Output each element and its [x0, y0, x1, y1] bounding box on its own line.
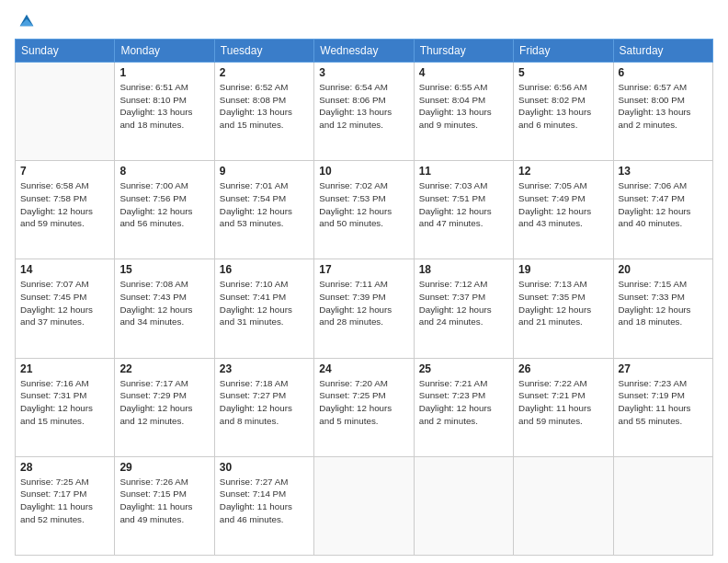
day-info: Sunrise: 7:12 AMSunset: 7:37 PMDaylight:…	[419, 278, 508, 328]
page: SundayMondayTuesdayWednesdayThursdayFrid…	[0, 0, 728, 563]
calendar-cell: 13Sunrise: 7:06 AMSunset: 7:47 PMDayligh…	[613, 161, 712, 259]
day-number: 28	[20, 461, 109, 474]
day-number: 22	[119, 362, 209, 375]
calendar-cell: 12Sunrise: 7:05 AMSunset: 7:49 PMDayligh…	[514, 161, 613, 259]
day-number: 20	[619, 263, 708, 276]
day-number: 19	[518, 263, 608, 276]
day-info: Sunrise: 6:55 AMSunset: 8:04 PMDaylight:…	[419, 81, 508, 132]
day-number: 14	[20, 263, 109, 276]
calendar-cell: 25Sunrise: 7:21 AMSunset: 7:23 PMDayligh…	[414, 358, 513, 456]
day-number: 5	[518, 66, 608, 79]
calendar-cell: 7Sunrise: 6:58 AMSunset: 7:58 PMDaylight…	[16, 161, 115, 259]
day-info: Sunrise: 6:52 AMSunset: 8:08 PMDaylight:…	[220, 81, 309, 132]
week-row-5: 28Sunrise: 7:25 AMSunset: 7:17 PMDayligh…	[16, 456, 713, 555]
day-number: 2	[220, 66, 309, 79]
calendar-cell	[314, 456, 414, 555]
week-row-4: 21Sunrise: 7:16 AMSunset: 7:31 PMDayligh…	[16, 358, 713, 456]
day-number: 13	[619, 165, 708, 178]
calendar-cell: 2Sunrise: 6:52 AMSunset: 8:08 PMDaylight…	[214, 63, 313, 161]
calendar-cell: 5Sunrise: 6:56 AMSunset: 8:02 PMDaylight…	[514, 63, 613, 161]
day-number: 30	[220, 461, 309, 474]
day-info: Sunrise: 7:20 AMSunset: 7:25 PMDaylight:…	[319, 377, 408, 428]
day-info: Sunrise: 7:27 AMSunset: 7:14 PMDaylight:…	[220, 476, 309, 526]
calendar-cell: 17Sunrise: 7:11 AMSunset: 7:39 PMDayligh…	[314, 259, 414, 358]
day-number: 27	[619, 362, 708, 375]
day-info: Sunrise: 7:13 AMSunset: 7:35 PMDaylight:…	[518, 278, 608, 328]
day-info: Sunrise: 6:58 AMSunset: 7:58 PMDaylight:…	[20, 179, 109, 230]
header	[15, 11, 713, 31]
calendar-cell: 4Sunrise: 6:55 AMSunset: 8:04 PMDaylight…	[414, 63, 513, 161]
calendar-cell: 9Sunrise: 7:01 AMSunset: 7:54 PMDaylight…	[214, 161, 313, 259]
column-header-wednesday: Wednesday	[314, 40, 414, 63]
day-info: Sunrise: 6:57 AMSunset: 8:00 PMDaylight:…	[619, 81, 708, 132]
day-info: Sunrise: 7:07 AMSunset: 7:45 PMDaylight:…	[20, 278, 109, 328]
day-info: Sunrise: 7:03 AMSunset: 7:51 PMDaylight:…	[419, 179, 508, 230]
calendar-cell: 11Sunrise: 7:03 AMSunset: 7:51 PMDayligh…	[414, 161, 513, 259]
calendar-cell: 14Sunrise: 7:07 AMSunset: 7:45 PMDayligh…	[16, 259, 115, 358]
day-info: Sunrise: 7:26 AMSunset: 7:15 PMDaylight:…	[119, 476, 209, 526]
calendar-cell: 16Sunrise: 7:10 AMSunset: 7:41 PMDayligh…	[214, 259, 313, 358]
day-info: Sunrise: 7:23 AMSunset: 7:19 PMDaylight:…	[619, 377, 708, 428]
calendar-cell: 6Sunrise: 6:57 AMSunset: 8:00 PMDaylight…	[613, 63, 712, 161]
calendar-cell: 27Sunrise: 7:23 AMSunset: 7:19 PMDayligh…	[613, 358, 712, 456]
day-number: 1	[119, 66, 209, 79]
calendar-cell: 28Sunrise: 7:25 AMSunset: 7:17 PMDayligh…	[16, 456, 115, 555]
column-header-tuesday: Tuesday	[214, 40, 313, 63]
calendar-cell: 3Sunrise: 6:54 AMSunset: 8:06 PMDaylight…	[314, 63, 414, 161]
day-info: Sunrise: 7:05 AMSunset: 7:49 PMDaylight:…	[518, 179, 608, 230]
day-info: Sunrise: 7:10 AMSunset: 7:41 PMDaylight:…	[220, 278, 309, 328]
calendar-cell: 23Sunrise: 7:18 AMSunset: 7:27 PMDayligh…	[214, 358, 313, 456]
calendar-cell: 8Sunrise: 7:00 AMSunset: 7:56 PMDaylight…	[115, 161, 214, 259]
day-number: 12	[518, 165, 608, 178]
day-number: 17	[319, 263, 408, 276]
calendar-cell: 21Sunrise: 7:16 AMSunset: 7:31 PMDayligh…	[16, 358, 115, 456]
column-header-sunday: Sunday	[16, 40, 115, 63]
day-number: 26	[518, 362, 608, 375]
day-info: Sunrise: 7:16 AMSunset: 7:31 PMDaylight:…	[20, 377, 109, 428]
day-number: 24	[319, 362, 408, 375]
day-info: Sunrise: 7:00 AMSunset: 7:56 PMDaylight:…	[119, 179, 209, 230]
day-number: 21	[20, 362, 109, 375]
calendar: SundayMondayTuesdayWednesdayThursdayFrid…	[15, 39, 713, 556]
day-info: Sunrise: 7:11 AMSunset: 7:39 PMDaylight:…	[319, 278, 408, 328]
day-number: 8	[119, 165, 209, 178]
day-info: Sunrise: 6:54 AMSunset: 8:06 PMDaylight:…	[319, 81, 408, 132]
day-info: Sunrise: 7:18 AMSunset: 7:27 PMDaylight:…	[220, 377, 309, 428]
day-info: Sunrise: 6:56 AMSunset: 8:02 PMDaylight:…	[518, 81, 608, 132]
week-row-1: 1Sunrise: 6:51 AMSunset: 8:10 PMDaylight…	[16, 63, 713, 161]
calendar-cell: 10Sunrise: 7:02 AMSunset: 7:53 PMDayligh…	[314, 161, 414, 259]
day-info: Sunrise: 6:51 AMSunset: 8:10 PMDaylight:…	[119, 81, 209, 132]
day-number: 23	[220, 362, 309, 375]
logo-icon	[17, 11, 37, 31]
week-row-2: 7Sunrise: 6:58 AMSunset: 7:58 PMDaylight…	[16, 161, 713, 259]
day-number: 7	[20, 165, 109, 178]
column-header-friday: Friday	[514, 40, 613, 63]
column-header-thursday: Thursday	[414, 40, 513, 63]
calendar-cell: 19Sunrise: 7:13 AMSunset: 7:35 PMDayligh…	[514, 259, 613, 358]
logo-area	[15, 11, 37, 31]
day-number: 4	[419, 66, 508, 79]
calendar-cell: 20Sunrise: 7:15 AMSunset: 7:33 PMDayligh…	[613, 259, 712, 358]
day-number: 15	[119, 263, 209, 276]
day-info: Sunrise: 7:01 AMSunset: 7:54 PMDaylight:…	[220, 179, 309, 230]
day-number: 9	[220, 165, 309, 178]
calendar-cell	[514, 456, 613, 555]
day-number: 29	[119, 461, 209, 474]
day-number: 3	[319, 66, 408, 79]
day-info: Sunrise: 7:25 AMSunset: 7:17 PMDaylight:…	[20, 476, 109, 526]
day-info: Sunrise: 7:17 AMSunset: 7:29 PMDaylight:…	[119, 377, 209, 428]
calendar-cell: 29Sunrise: 7:26 AMSunset: 7:15 PMDayligh…	[115, 456, 214, 555]
day-info: Sunrise: 7:15 AMSunset: 7:33 PMDaylight:…	[619, 278, 708, 328]
calendar-cell: 15Sunrise: 7:08 AMSunset: 7:43 PMDayligh…	[115, 259, 214, 358]
day-number: 16	[220, 263, 309, 276]
calendar-cell: 1Sunrise: 6:51 AMSunset: 8:10 PMDaylight…	[115, 63, 214, 161]
day-number: 18	[419, 263, 508, 276]
calendar-cell: 26Sunrise: 7:22 AMSunset: 7:21 PMDayligh…	[514, 358, 613, 456]
calendar-cell: 18Sunrise: 7:12 AMSunset: 7:37 PMDayligh…	[414, 259, 513, 358]
calendar-cell	[613, 456, 712, 555]
day-info: Sunrise: 7:21 AMSunset: 7:23 PMDaylight:…	[419, 377, 508, 428]
calendar-cell	[414, 456, 513, 555]
calendar-cell: 30Sunrise: 7:27 AMSunset: 7:14 PMDayligh…	[214, 456, 313, 555]
column-header-saturday: Saturday	[613, 40, 712, 63]
day-number: 11	[419, 165, 508, 178]
